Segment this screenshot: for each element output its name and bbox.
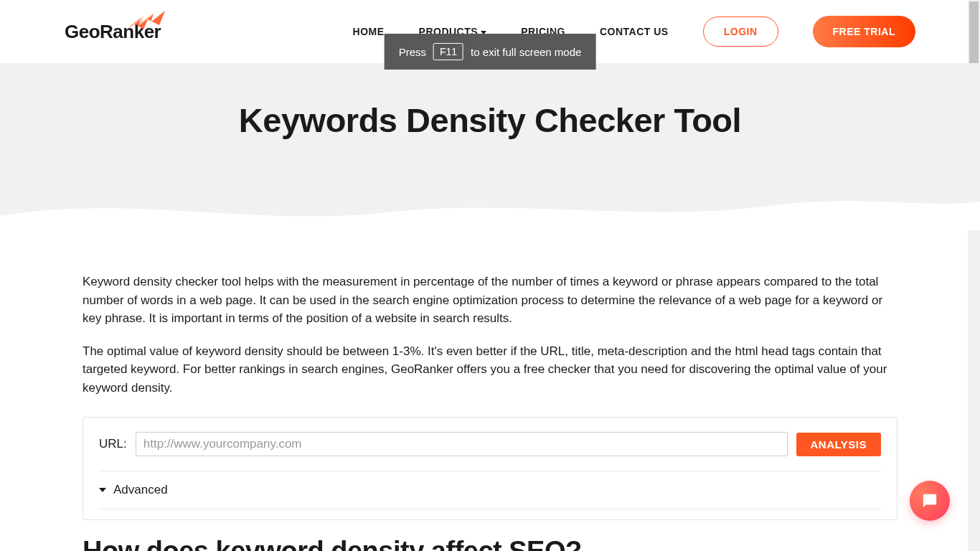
section-heading: How does keyword density affect SEO? (83, 536, 897, 551)
url-label: URL: (99, 437, 127, 451)
main-content: Keyword density checker tool helps with … (0, 230, 980, 551)
url-input[interactable] (136, 432, 788, 456)
toast-post: to exit full screen mode (471, 46, 581, 58)
chat-button[interactable] (910, 481, 950, 521)
checker-form: URL: ANALYSIS Advanced (83, 417, 897, 520)
intro-paragraph-1: Keyword density checker tool helps with … (83, 273, 897, 328)
toast-pre: Press (399, 46, 426, 58)
nav-home[interactable]: HOME (353, 26, 385, 37)
page-title: Keywords Density Checker Tool (239, 100, 741, 140)
toast-key: F11 (433, 43, 463, 60)
intro-paragraph-2: The optimal value of keyword density sho… (83, 342, 897, 397)
fullscreen-toast: Press F11 to exit full screen mode (385, 34, 596, 70)
login-button[interactable]: LOGIN (703, 17, 778, 47)
hero: Keywords Density Checker Tool (0, 63, 980, 230)
logo[interactable]: GeoRanker (65, 21, 161, 43)
analysis-button[interactable]: ANALYSIS (796, 433, 881, 456)
free-trial-button[interactable]: FREE TRIAL (813, 16, 915, 47)
nav-contact[interactable]: CONTACT US (600, 26, 669, 37)
chat-icon (922, 493, 938, 509)
logo-swoosh-icon (128, 11, 165, 32)
wave-divider-icon (0, 187, 980, 230)
chevron-down-icon (99, 488, 106, 492)
url-row: URL: ANALYSIS (99, 432, 881, 471)
advanced-label: Advanced (113, 483, 168, 497)
advanced-toggle[interactable]: Advanced (99, 471, 881, 509)
